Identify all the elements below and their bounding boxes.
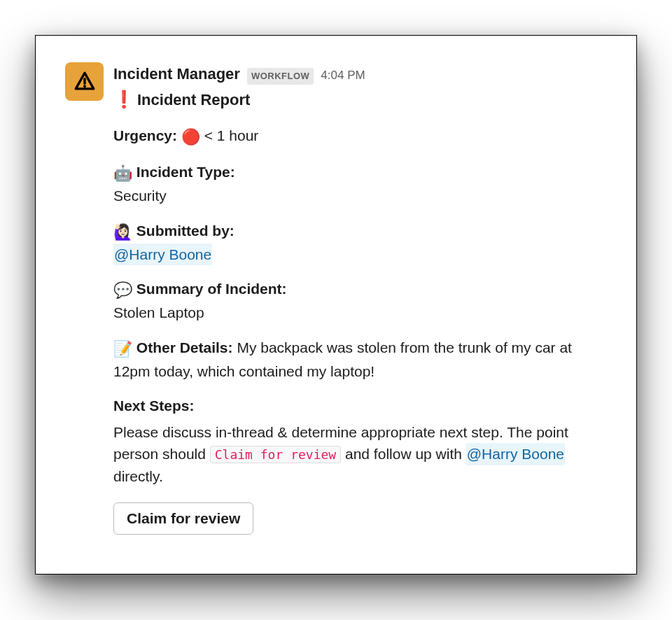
title-text: Incident Report [137,88,250,111]
avatar [65,62,104,101]
next-steps-post: directly. [113,468,163,484]
next-steps-mid: and follow up with [345,446,466,462]
submitter-mention[interactable]: @Harry Boone [113,244,212,266]
next-steps-body: Please discuss in-thread & determine app… [113,421,607,488]
raising-hand-icon: 🙋🏻‍♀️ [113,223,132,241]
urgency-label: Urgency: [113,127,177,143]
exclamation-icon: ❗ [113,87,134,112]
next-steps-label: Next Steps: [113,395,607,417]
message-body: Incident Manager WORKFLOW 4:04 PM ❗ Inci… [113,62,607,535]
timestamp: 4:04 PM [321,66,365,85]
field-urgency: Urgency: 🔴 < 1 hour [113,125,607,148]
summary-label: Summary of Incident: [136,281,287,297]
memo-icon: 📝 [113,340,132,358]
speech-bubble-icon: 💬 [113,281,132,299]
red-circle-icon: 🔴 [181,128,200,146]
field-other-details: 📝 Other Details: My backpack was stolen … [113,337,607,383]
details-label: Other Details: [136,339,233,355]
urgency-value: < 1 hour [204,127,259,143]
message-card: Incident Manager WORKFLOW 4:04 PM ❗ Inci… [35,35,637,575]
field-summary: 💬 Summary of Incident: Stolen Laptop [113,278,607,324]
type-label: Incident Type: [136,164,235,180]
sender-name: Incident Manager [113,62,240,85]
message: Incident Manager WORKFLOW 4:04 PM ❗ Inci… [65,62,607,535]
submitted-label: Submitted by: [136,223,234,239]
next-steps-mention[interactable]: @Harry Boone [466,443,565,465]
workflow-badge: WORKFLOW [247,68,314,85]
field-submitted-by: 🙋🏻‍♀️ Submitted by: @Harry Boone [113,220,607,266]
inline-code-claim: Claim for review [210,446,341,463]
claim-for-review-button[interactable]: Claim for review [113,502,253,535]
field-incident-type: 🤖 Incident Type: Security [113,161,607,207]
robot-icon: 🤖 [113,164,132,182]
summary-value: Stolen Laptop [113,302,607,324]
message-title: ❗ Incident Report [113,87,607,112]
type-value: Security [113,185,607,207]
message-header: Incident Manager WORKFLOW 4:04 PM [113,62,607,85]
warning-icon [73,70,97,94]
svg-point-1 [83,85,86,87]
next-steps: Next Steps: Please discuss in-thread & d… [113,395,607,487]
